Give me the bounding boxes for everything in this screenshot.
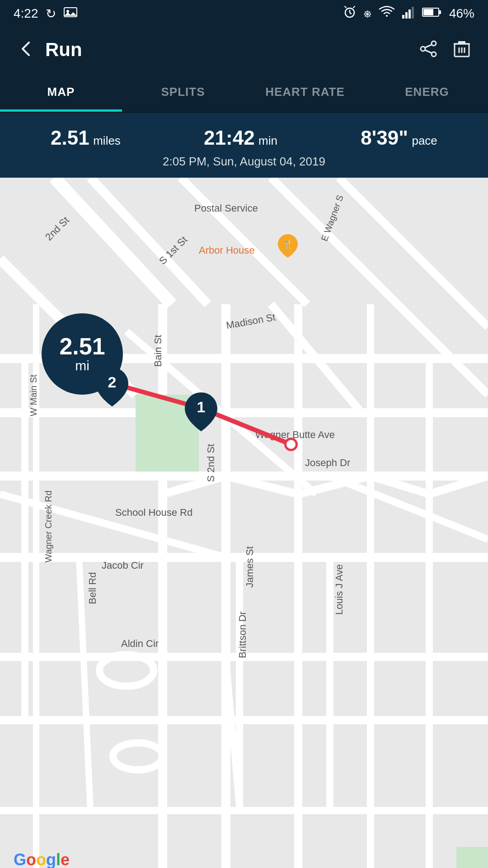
svg-rect-10 bbox=[412, 7, 414, 19]
battery-icon bbox=[422, 6, 442, 21]
back-button[interactable] bbox=[18, 41, 34, 59]
label-schoolhouse: School House Rd bbox=[115, 507, 192, 519]
page-title: Run bbox=[45, 39, 82, 61]
svg-rect-13 bbox=[423, 9, 433, 15]
wifi-icon bbox=[379, 6, 395, 22]
svg-line-6 bbox=[353, 6, 355, 8]
svg-text:2: 2 bbox=[108, 373, 117, 391]
svg-point-14 bbox=[432, 41, 436, 46]
route-end-dot bbox=[284, 438, 298, 451]
battery-percent: 46% bbox=[449, 6, 474, 21]
status-right: ⎈ 46% bbox=[343, 5, 474, 22]
label-james: James St bbox=[244, 546, 256, 588]
svg-text:1: 1 bbox=[197, 398, 206, 415]
label-brittson: Brittson Dr bbox=[237, 611, 249, 658]
status-bar: 4:22 ↻ ⎈ bbox=[0, 0, 488, 27]
svg-point-16 bbox=[432, 52, 436, 57]
svg-line-5 bbox=[345, 6, 346, 8]
map-marker-1: 1 bbox=[185, 392, 217, 433]
status-time: 4:22 bbox=[14, 6, 38, 21]
tab-energy[interactable]: ENERG bbox=[366, 72, 488, 112]
label-louis: Louis J Ave bbox=[333, 564, 345, 615]
label-wmain: W Main St bbox=[28, 374, 39, 416]
stat-distance: 2.51 miles bbox=[51, 127, 121, 149]
status-left: 4:22 ↻ bbox=[14, 6, 78, 22]
tabs: MAP SPLITS HEART RATE ENERG bbox=[0, 72, 488, 113]
sync-icon: ↻ bbox=[46, 6, 56, 21]
share-button[interactable] bbox=[419, 40, 437, 60]
svg-rect-50 bbox=[456, 847, 488, 868]
tab-heart-rate[interactable]: HEART RATE bbox=[244, 72, 366, 112]
svg-rect-8 bbox=[405, 12, 408, 19]
tab-splits[interactable]: SPLITS bbox=[122, 72, 244, 112]
tab-map[interactable]: MAP bbox=[0, 72, 122, 112]
distance-bubble-unit: mi bbox=[75, 358, 89, 373]
label-aldin: Aldin Cir bbox=[121, 638, 159, 650]
svg-rect-9 bbox=[408, 9, 411, 19]
svg-rect-12 bbox=[439, 10, 441, 14]
map-container[interactable]: Postal Service Arbor House S 1st St Madi… bbox=[0, 178, 488, 868]
svg-text:🍴: 🍴 bbox=[283, 239, 293, 249]
label-s2nd: S 2nd St bbox=[205, 444, 217, 482]
label-wagner-creek: Wagner Creek Rd bbox=[43, 491, 54, 562]
svg-line-18 bbox=[425, 50, 432, 53]
poi-marker: 🍴 bbox=[278, 234, 298, 259]
stat-pace: 8'39" pace bbox=[361, 127, 437, 149]
top-bar-right bbox=[419, 39, 470, 60]
alarm-icon bbox=[343, 5, 357, 22]
signal-icon bbox=[402, 6, 415, 22]
distance-bubble-value: 2.51 bbox=[59, 335, 105, 358]
map-marker-2: 2 bbox=[96, 368, 128, 408]
stats-row: 2.51 miles 21:42 min 8'39" pace bbox=[9, 127, 479, 149]
top-bar: Run bbox=[0, 27, 488, 72]
label-bell: Bell Rd bbox=[87, 572, 99, 604]
gallery-icon bbox=[63, 6, 78, 22]
label-joseph: Joseph Dr bbox=[305, 457, 350, 469]
google-logo: Google bbox=[14, 850, 70, 868]
svg-line-17 bbox=[425, 45, 432, 47]
svg-rect-25 bbox=[0, 178, 488, 868]
stat-duration: 21:42 min bbox=[204, 127, 277, 149]
map-background bbox=[0, 178, 488, 868]
stat-date: 2:05 PM, Sun, August 04, 2019 bbox=[9, 155, 479, 169]
stats-bar: 2.51 miles 21:42 min 8'39" pace 2:05 PM,… bbox=[0, 113, 488, 178]
label-postal-service: Postal Service bbox=[194, 203, 258, 214]
svg-line-4 bbox=[350, 13, 352, 14]
label-arbor-house: Arbor House bbox=[199, 245, 255, 256]
label-jacob: Jacob Cir bbox=[102, 560, 144, 571]
label-bain: Bain St bbox=[152, 335, 164, 367]
top-bar-left: Run bbox=[18, 39, 82, 61]
svg-rect-7 bbox=[402, 15, 404, 19]
delete-button[interactable] bbox=[454, 39, 470, 60]
bluetooth-icon: ⎈ bbox=[364, 6, 371, 21]
svg-point-15 bbox=[421, 47, 425, 51]
